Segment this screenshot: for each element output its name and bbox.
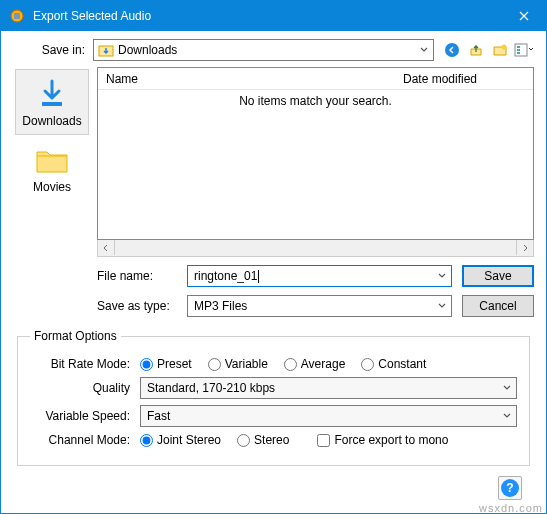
svg-rect-5 — [517, 46, 520, 48]
column-date[interactable]: Date modified — [403, 72, 533, 86]
nav-up-button[interactable] — [466, 40, 486, 60]
quality-combo[interactable]: Standard, 170-210 kbps — [140, 377, 517, 399]
app-icon — [9, 8, 25, 24]
file-name-value: ringtone_01 — [194, 269, 257, 283]
new-folder-button[interactable] — [490, 40, 510, 60]
variable-speed-label: Variable Speed: — [30, 409, 140, 423]
column-name[interactable]: Name — [98, 72, 403, 86]
quality-label: Quality — [30, 381, 140, 395]
chevron-down-icon — [437, 269, 447, 283]
svg-rect-7 — [517, 52, 520, 54]
scroll-right-button[interactable] — [516, 240, 533, 255]
bitrate-average-radio[interactable]: Average — [284, 357, 345, 371]
save-in-label: Save in: — [13, 43, 93, 57]
chevron-down-icon — [502, 381, 512, 395]
watermark: wsxdn.com — [479, 502, 543, 514]
nav-back-button[interactable] — [442, 40, 462, 60]
svg-point-3 — [502, 45, 507, 50]
variable-speed-value: Fast — [147, 409, 170, 423]
horizontal-scrollbar[interactable] — [97, 240, 534, 257]
place-downloads-label: Downloads — [22, 114, 81, 128]
quality-value: Standard, 170-210 kbps — [147, 381, 275, 395]
force-mono-checkbox[interactable]: Force export to mono — [317, 433, 448, 447]
folder-icon — [34, 142, 70, 178]
save-as-type-combo[interactable]: MP3 Files — [187, 295, 452, 317]
svg-rect-8 — [42, 102, 62, 106]
channel-mode-label: Channel Mode: — [30, 433, 140, 447]
place-movies[interactable]: Movies — [15, 135, 89, 201]
channel-stereo-radio[interactable]: Stereo — [237, 433, 289, 447]
channel-joint-stereo-radio[interactable]: Joint Stereo — [140, 433, 221, 447]
view-menu-button[interactable] — [514, 40, 534, 60]
empty-message: No items match your search. — [98, 94, 533, 108]
variable-speed-combo[interactable]: Fast — [140, 405, 517, 427]
save-as-type-value: MP3 Files — [194, 299, 247, 313]
cancel-button[interactable]: Cancel — [462, 295, 534, 317]
save-in-value: Downloads — [118, 43, 177, 57]
file-list[interactable]: Name Date modified No items match your s… — [97, 67, 534, 240]
downloads-icon — [34, 76, 70, 112]
bit-rate-mode-label: Bit Rate Mode: — [30, 357, 140, 371]
window-title: Export Selected Audio — [33, 9, 501, 23]
chevron-down-icon — [419, 43, 429, 57]
chevron-down-icon — [437, 299, 447, 313]
downloads-folder-icon — [98, 43, 114, 57]
save-as-type-label: Save as type: — [97, 299, 187, 313]
bitrate-constant-radio[interactable]: Constant — [361, 357, 426, 371]
file-name-input[interactable]: ringtone_01 — [187, 265, 452, 287]
close-button[interactable] — [501, 1, 546, 31]
chevron-down-icon — [502, 409, 512, 423]
save-in-combo[interactable]: Downloads — [93, 39, 434, 61]
file-name-label: File name: — [97, 269, 187, 283]
svg-rect-4 — [515, 44, 527, 56]
format-options-legend: Format Options — [30, 329, 121, 343]
bitrate-preset-radio[interactable]: Preset — [140, 357, 192, 371]
help-button[interactable]: ? — [498, 476, 522, 500]
format-options-group: Format Options Bit Rate Mode: Preset Var… — [17, 329, 530, 466]
place-downloads[interactable]: Downloads — [15, 69, 89, 135]
places-bar: Downloads Movies — [13, 67, 91, 257]
titlebar: Export Selected Audio — [1, 1, 546, 31]
save-button[interactable]: Save — [462, 265, 534, 287]
file-list-header: Name Date modified — [98, 68, 533, 90]
scroll-left-button[interactable] — [98, 240, 115, 255]
place-movies-label: Movies — [33, 180, 71, 194]
help-icon: ? — [501, 479, 519, 497]
bitrate-variable-radio[interactable]: Variable — [208, 357, 268, 371]
svg-rect-6 — [517, 49, 520, 51]
svg-point-2 — [445, 43, 459, 57]
